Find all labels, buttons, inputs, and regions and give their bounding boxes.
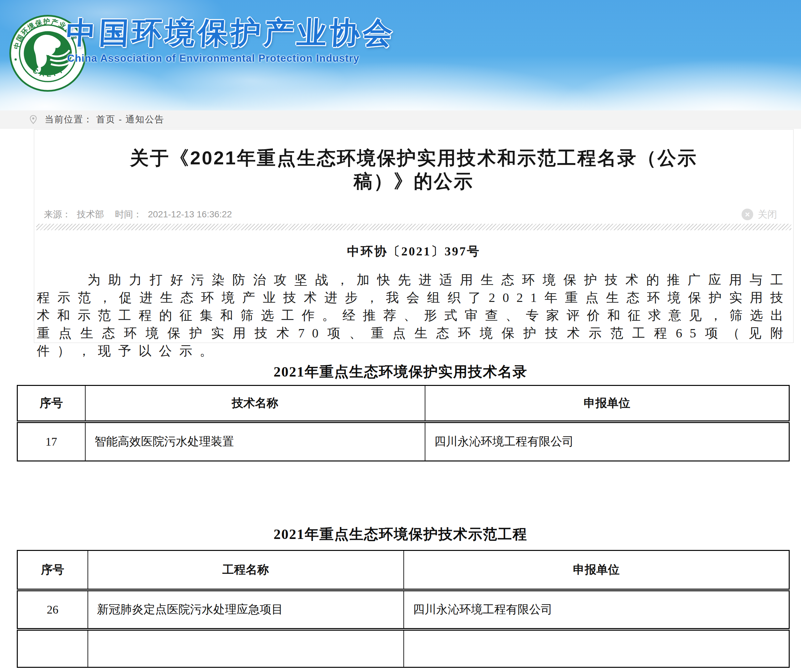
- col-header-index: 序号: [18, 551, 88, 590]
- time-label: 时间：: [115, 208, 142, 220]
- source-value: 技术部: [77, 208, 104, 220]
- breadcrumb: 当前位置： 首页 - 通知公告: [0, 111, 801, 129]
- article-title-line2: 稿）》的公示: [57, 170, 770, 193]
- table-row: 26 新冠肺炎定点医院污水处理应急项目 四川永沁环境工程有限公司: [18, 590, 790, 629]
- org-title-cn: 中国环境保护产业协会: [65, 13, 410, 53]
- table-header-row: 序号 工程名称 申报单位: [18, 551, 790, 590]
- table-practical-tech: 序号 技术名称 申报单位 17 智能高效医院污水处理装置 四川永沁环境工程有限公…: [17, 385, 790, 461]
- cell-applicant: 四川永沁环境工程有限公司: [404, 590, 790, 629]
- table2-title: 2021年重点生态环境保护技术示范工程: [0, 525, 801, 544]
- cell-project-name: [88, 629, 404, 667]
- article-card: 关于《2021年重点生态环境保护实用技术和示范工程名录（公示 稿）》的公示 来源…: [34, 129, 794, 343]
- col-header-tech-name: 技术名称: [85, 386, 425, 422]
- article-meta: 来源： 技术部 时间： 2021-12-13 16:36:22 × 关闭: [41, 207, 787, 222]
- col-header-applicant: 申报单位: [425, 386, 790, 422]
- cell-index: [18, 629, 88, 667]
- table-demo-projects: 序号 工程名称 申报单位 26 新冠肺炎定点医院污水处理应急项目 四川永沁环境工…: [17, 550, 790, 668]
- col-header-project-name: 工程名称: [88, 551, 404, 590]
- breadcrumb-separator: -: [119, 114, 122, 124]
- col-header-index: 序号: [18, 386, 85, 422]
- cell-applicant: [404, 629, 790, 667]
- org-title-en: China Association of Environmental Prote…: [67, 53, 423, 64]
- time-value: 2021-12-13 16:36:22: [148, 209, 232, 220]
- col-header-applicant: 申报单位: [404, 551, 790, 590]
- table-row-partial: [18, 629, 790, 667]
- breadcrumb-link-notices[interactable]: 通知公告: [125, 114, 164, 124]
- cell-index: 26: [18, 590, 88, 629]
- cell-project-name: 新冠肺炎定点医院污水处理应急项目: [88, 590, 404, 629]
- source-label: 来源：: [44, 208, 71, 220]
- article-paragraph: 为助力打好污染防治攻坚战，加快先进适用生态环境保护技术的推广应用与工程示范，促进…: [37, 271, 791, 360]
- article-title: 关于《2021年重点生态环境保护实用技术和示范工程名录（公示 稿）》的公示: [57, 146, 770, 193]
- location-pin-icon: [29, 115, 38, 124]
- breadcrumb-label: 当前位置：: [45, 114, 93, 124]
- close-label[interactable]: 关闭: [758, 208, 777, 221]
- cell-applicant: 四川永沁环境工程有限公司: [425, 422, 790, 461]
- header-banner: 中国环境保护产业协会 CAEPI 中国环境保护产业协会 China Associ…: [0, 0, 801, 111]
- close-icon[interactable]: ×: [741, 209, 753, 220]
- table1-title: 2021年重点生态环境保护实用技术名录: [0, 362, 801, 381]
- hatch-divider: [36, 224, 791, 230]
- close-button[interactable]: × 关闭: [741, 208, 777, 221]
- cell-tech-name: 智能高效医院污水处理装置: [85, 422, 425, 461]
- table-header-row: 序号 技术名称 申报单位: [18, 386, 790, 422]
- table-row: 17 智能高效医院污水处理装置 四川永沁环境工程有限公司: [18, 422, 790, 461]
- cell-index: 17: [18, 422, 85, 461]
- article-title-line1: 关于《2021年重点生态环境保护实用技术和示范工程名录（公示: [57, 146, 770, 170]
- doc-number: 中环协〔2021〕397号: [34, 243, 793, 260]
- breadcrumb-link-home[interactable]: 首页: [96, 114, 116, 124]
